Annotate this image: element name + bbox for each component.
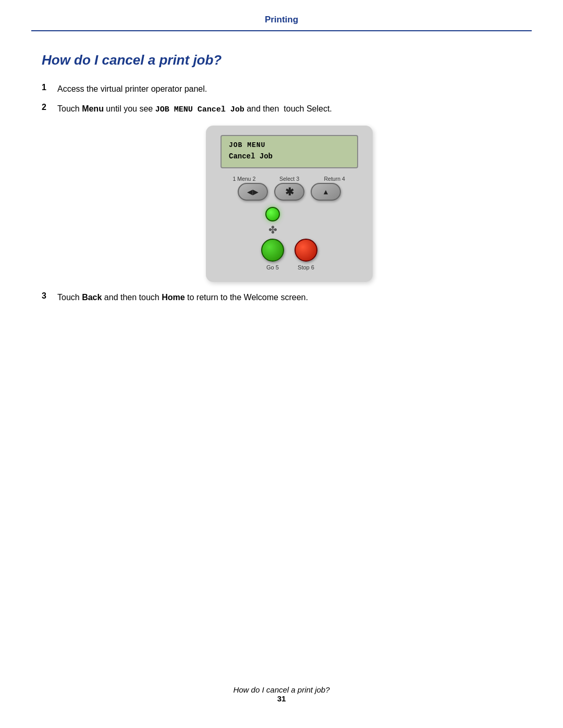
nav-buttons-row: ◀ ▶ ✱ ▲ [221, 183, 358, 201]
lcd-line1: JOB MENU [229, 141, 350, 149]
step-2: 2 Touch Menu until you see JOB MENU Canc… [42, 103, 521, 116]
go-icon-area: ✤ [265, 207, 280, 236]
return-nav-button[interactable]: ▲ [311, 183, 341, 201]
step-3-home-bold: Home [162, 293, 185, 302]
step-3: 3 Touch Back and then touch Home to retu… [42, 291, 521, 304]
step-2-text: Touch Menu until you see JOB MENU Cancel… [57, 103, 332, 116]
footer-italic-text: How do I cancel a print job? [0, 685, 563, 694]
up-arrow-icon: ▲ [322, 188, 329, 196]
step-3-number: 3 [42, 291, 57, 301]
select-nav-button[interactable]: ✱ [274, 183, 304, 201]
printer-panel: JOB MENU Cancel Job 1 Menu 2 Select 3 Re… [206, 126, 373, 282]
step-2-number: 2 [42, 103, 57, 112]
button-labels-row: 1 Menu 2 Select 3 Return 4 [221, 176, 358, 182]
step-1-number: 1 [42, 83, 57, 92]
go-label: Go 5 [266, 264, 279, 270]
go-button-group: ✤ Go 5 [261, 207, 284, 270]
stop-button-group: Stop 6 [295, 239, 317, 270]
step-2-mono: JOB MENU Cancel Job [155, 105, 244, 114]
return-label: Return 4 [312, 176, 357, 182]
step-2-bold1: Menu [82, 104, 104, 113]
arrow-left-icon: ◀ [247, 188, 253, 195]
lcd-screen: JOB MENU Cancel Job [221, 135, 358, 168]
go-light-indicator [265, 207, 280, 221]
menu-label: 1 Menu 2 [222, 176, 267, 182]
star-icon: ✱ [285, 186, 294, 198]
step-1: 1 Access the virtual printer operator pa… [42, 83, 521, 95]
steps-list: 1 Access the virtual printer operator pa… [42, 83, 521, 116]
page-footer: How do I cancel a print job? 31 [0, 685, 563, 703]
page-header: Printing [31, 0, 532, 31]
stop-label: Stop 6 [298, 264, 314, 270]
step-3-back-bold: Back [82, 293, 102, 302]
select-label: Select 3 [267, 176, 312, 182]
arrow-right-icon: ▶ [253, 188, 259, 195]
menu-nav-button[interactable]: ◀ ▶ [238, 183, 268, 201]
go-symbol-icon: ✤ [268, 224, 277, 236]
footer-page-number: 31 [0, 694, 563, 703]
step-1-text: Access the virtual printer operator pane… [57, 83, 207, 95]
page-title: How do I cancel a print job? [42, 52, 521, 68]
lcd-line2: Cancel Job [229, 152, 350, 161]
header-title: Printing [265, 15, 298, 24]
stop-button[interactable] [295, 239, 317, 262]
step-3-text: Touch Back and then touch Home to return… [57, 291, 308, 304]
main-content: How do I cancel a print job? 1 Access th… [0, 31, 563, 342]
go-button[interactable] [261, 239, 284, 262]
printer-panel-illustration: JOB MENU Cancel Job 1 Menu 2 Select 3 Re… [57, 126, 521, 282]
action-buttons-row: ✤ Go 5 Stop 6 [221, 207, 358, 270]
